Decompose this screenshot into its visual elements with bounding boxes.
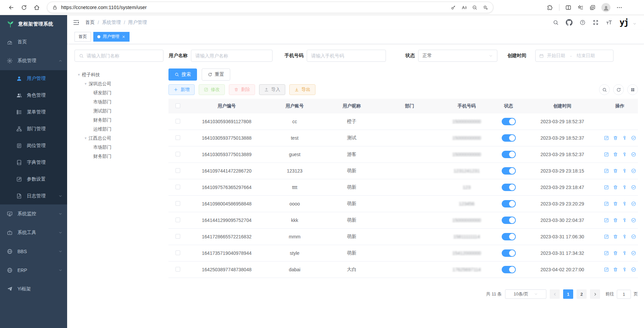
goto-page-input[interactable] <box>617 290 631 299</box>
status-toggle[interactable] <box>502 118 516 125</box>
column-header[interactable]: 用户账号 <box>266 103 323 109</box>
sidebar-item-dictionary[interactable]: 字典管理 <box>0 154 67 171</box>
reset-password-icon[interactable] <box>622 234 627 239</box>
delete-user-icon[interactable] <box>613 201 618 206</box>
url-text[interactable]: https://ccnetcore.com:1101/system/user <box>61 5 447 10</box>
table-row[interactable]: 1641728665572216832 mmm 萌新 15811111114 2… <box>168 229 638 245</box>
sidebar-item-posts[interactable]: 岗位管理 <box>0 137 67 154</box>
status-toggle[interactable] <box>502 249 516 257</box>
assign-role-icon[interactable] <box>631 185 636 190</box>
page-size-select[interactable]: 10条/页 <box>505 289 546 299</box>
row-checkbox[interactable] <box>176 267 180 272</box>
dept-search-input[interactable] <box>75 50 163 62</box>
app-logo[interactable]: 意框架管理系统 <box>0 15 67 33</box>
column-header[interactable]: 手机号码 <box>439 103 494 109</box>
row-checkbox[interactable] <box>176 185 180 189</box>
column-header[interactable]: 用户编号 <box>187 103 266 109</box>
table-row[interactable]: 1641441299095752704 kkk 萌新 15000000000 2… <box>168 212 638 229</box>
collections-icon[interactable] <box>589 4 596 11</box>
select-all-checkbox[interactable] <box>176 103 180 108</box>
add-button[interactable]: 新增 <box>168 84 195 95</box>
tab-user-management[interactable]: 用户管理 <box>93 32 130 42</box>
sidebar-item-logs[interactable]: 日志管理 <box>0 188 67 204</box>
page-button-2[interactable]: 2 <box>577 289 587 299</box>
username-field[interactable] <box>195 53 268 58</box>
phone-field[interactable] <box>311 53 382 58</box>
breadcrumb-home[interactable]: 首页 <box>85 19 95 26</box>
table-row[interactable]: 1641735719040978944 style 萌新 15412000000… <box>168 245 638 262</box>
row-checkbox[interactable] <box>176 201 180 206</box>
row-checkbox[interactable] <box>176 119 180 124</box>
reset-password-icon[interactable] <box>622 185 627 190</box>
tree-node-branch[interactable]: ▾深圳总公司 <box>75 79 163 88</box>
row-checkbox[interactable] <box>176 152 180 156</box>
column-settings-button[interactable] <box>627 84 638 95</box>
show-search-toggle-button[interactable] <box>599 84 610 95</box>
edit-button[interactable]: 修改 <box>199 84 225 95</box>
font-size-icon[interactable] <box>606 19 612 26</box>
assign-role-icon[interactable] <box>631 250 636 256</box>
page-button-1[interactable]: 1 <box>563 289 573 299</box>
tab-home[interactable]: 首页 <box>75 32 91 42</box>
sidebar-item-system[interactable]: 系统管理 <box>0 51 67 70</box>
sidebar-item-users[interactable]: 用户管理 <box>0 70 67 87</box>
edit-user-icon[interactable] <box>604 267 609 272</box>
assign-role-icon[interactable] <box>631 152 636 157</box>
sidebar-item-yi-framework[interactable]: Yi框架 <box>0 280 67 298</box>
table-row[interactable]: 1641030593775013889 guest 游客 15000000000… <box>168 146 638 163</box>
lock-icon[interactable] <box>52 5 58 10</box>
reset-password-icon[interactable] <box>622 250 627 256</box>
reset-password-icon[interactable] <box>622 152 627 157</box>
delete-button[interactable]: 删除 <box>229 84 255 95</box>
tree-caret-icon[interactable]: ▾ <box>76 73 82 77</box>
password-key-icon[interactable] <box>450 5 456 10</box>
sidebar-item-menus[interactable]: 菜单管理 <box>0 104 67 121</box>
assign-role-icon[interactable] <box>631 267 636 272</box>
browser-profile-avatar[interactable] <box>601 3 610 12</box>
github-icon[interactable] <box>566 19 573 26</box>
delete-user-icon[interactable] <box>613 185 618 190</box>
reset-password-icon[interactable] <box>622 201 627 206</box>
read-aloud-icon[interactable] <box>461 5 467 10</box>
table-row[interactable]: 1641098004586958848 oooo 萌新 123456 2023-… <box>168 196 638 212</box>
edit-user-icon[interactable] <box>604 152 609 157</box>
assign-role-icon[interactable] <box>631 168 636 174</box>
import-button[interactable]: 导入 <box>259 84 285 95</box>
column-header[interactable]: 状态 <box>494 103 523 109</box>
tree-node-dept[interactable]: 研发部门 <box>75 88 163 97</box>
edit-user-icon[interactable] <box>604 201 609 206</box>
sidebar-item-departments[interactable]: 部门管理 <box>0 121 67 137</box>
reset-password-icon[interactable] <box>622 267 627 272</box>
refresh-table-button[interactable] <box>613 84 624 95</box>
reset-button[interactable]: 重置 <box>202 68 230 81</box>
sidebar-item-parameters[interactable]: 参数设置 <box>0 171 67 188</box>
delete-user-icon[interactable] <box>613 234 618 239</box>
edit-user-icon[interactable] <box>604 218 609 223</box>
row-checkbox[interactable] <box>176 168 180 173</box>
sidebar-item-monitor[interactable]: 系统监控 <box>0 204 67 223</box>
table-row[interactable]: 1641030593691127808 cc 橙子 15000000000 20… <box>168 113 638 130</box>
status-toggle[interactable] <box>502 167 516 175</box>
sidebar-collapse-icon[interactable] <box>72 19 80 26</box>
address-bar[interactable]: https://ccnetcore.com:1101/system/user <box>47 2 493 13</box>
status-toggle[interactable] <box>502 266 516 273</box>
sidebar-item-erp[interactable]: ERP <box>0 261 67 280</box>
reset-password-icon[interactable] <box>622 168 627 174</box>
delete-user-icon[interactable] <box>613 250 618 256</box>
status-toggle[interactable] <box>502 134 516 142</box>
close-tab-icon[interactable] <box>122 35 126 39</box>
status-toggle[interactable] <box>502 184 516 191</box>
tree-node-dept[interactable]: 运维部门 <box>75 125 163 134</box>
extensions-icon[interactable] <box>547 4 553 11</box>
edit-user-icon[interactable] <box>604 168 609 174</box>
column-header[interactable]: 用户昵称 <box>323 103 380 109</box>
delete-user-icon[interactable] <box>613 152 618 157</box>
prev-page-button[interactable] <box>550 289 560 299</box>
dept-name-field[interactable] <box>87 53 159 58</box>
sidebar-item-roles[interactable]: 角色管理 <box>0 87 67 104</box>
status-toggle[interactable] <box>502 200 516 207</box>
browser-refresh-button[interactable] <box>17 2 30 13</box>
table-row[interactable]: 1641097576365297664 tttt 萌新 123 2023-03-… <box>168 179 638 196</box>
status-select[interactable]: 正常 <box>418 50 497 62</box>
column-header[interactable]: 部门 <box>380 103 439 109</box>
